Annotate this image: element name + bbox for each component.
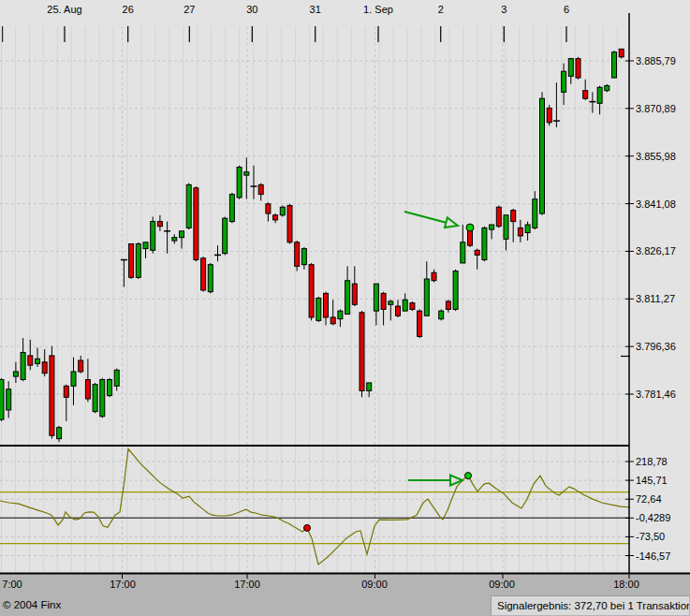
date-axis-label: 6 [564, 4, 569, 16]
candle-body [468, 229, 473, 245]
oscillator-axis-label: -73,50 [636, 531, 665, 543]
candle-body [42, 362, 47, 374]
candle-body [223, 218, 228, 254]
candle-body [533, 199, 537, 228]
oscillator-line [0, 449, 630, 565]
candle-body [324, 293, 329, 317]
date-axis-label: 31 [310, 4, 321, 16]
candle-body [619, 49, 624, 57]
candle-body [374, 284, 378, 311]
candle-body [496, 207, 501, 226]
candle-body [180, 231, 184, 238]
price-axis-label: 3.826,17 [636, 245, 676, 257]
candle-body [136, 243, 140, 277]
candle-body [576, 59, 580, 78]
candle-body [612, 52, 617, 78]
candle-body [504, 215, 508, 240]
candle-body [301, 249, 306, 265]
candle-body [208, 265, 213, 292]
candle-body [194, 188, 198, 260]
candle-body [330, 317, 335, 324]
time-axis-label: 17:00 [234, 579, 260, 591]
candle-body [186, 184, 191, 227]
date-axis-label: 2 [438, 4, 444, 16]
price-axis-label: 3.855,98 [636, 150, 676, 162]
time-axis-label: 09:00 [489, 579, 515, 591]
time-axis-label: 09:00 [361, 579, 388, 591]
candle-body [108, 380, 112, 396]
price-axis-label: 3.841,08 [636, 198, 676, 210]
time-axis-label: 7:00 [2, 579, 22, 591]
candle-body [295, 242, 300, 267]
candle-body [13, 372, 18, 376]
oscillator-axis-label: 72,64 [636, 493, 662, 506]
candle-body [461, 242, 465, 263]
candle-body [381, 293, 386, 309]
candle-body [547, 108, 551, 122]
candle-body [287, 206, 292, 242]
price-axis-label: 3.796,36 [636, 341, 676, 353]
oscillator-axis-label: -146,57 [636, 550, 670, 562]
date-axis-label: 3 [501, 4, 506, 16]
candle-body [258, 184, 263, 194]
candle-body [360, 313, 364, 391]
buy-signal-arrow-icon-shaft [404, 212, 446, 223]
candle-body [583, 91, 588, 99]
candle-body [114, 370, 119, 386]
candle-body [79, 360, 83, 372]
candle-body [143, 242, 148, 249]
candle-body [352, 284, 357, 304]
candle-body [403, 300, 407, 311]
candle-body [151, 222, 155, 251]
oscillator-axis-label: 145,71 [636, 475, 668, 487]
candle-body [367, 383, 372, 391]
date-axis-label: 25. Aug [47, 4, 81, 16]
date-axis-label: 30 [246, 4, 257, 16]
chart-canvas[interactable] [0, 0, 690, 616]
candle-body [410, 303, 415, 310]
signals-layer [304, 212, 475, 531]
oscillator-layer [0, 449, 630, 565]
time-axis-label: 17:00 [110, 579, 136, 591]
candle-body [201, 258, 206, 290]
candle-body [396, 306, 401, 315]
statusbar-signal-result: Signalergebnis: 372,70 bei 1 Transaktion… [491, 595, 689, 615]
candle-body [309, 265, 314, 317]
oscillator-axis-label: -0,4289 [636, 512, 670, 524]
candle-body [490, 225, 494, 229]
candle-body [100, 380, 105, 417]
candle-body [597, 87, 602, 103]
candle-body [562, 71, 566, 92]
candle-body [482, 227, 487, 259]
buy-signal-dot-icon [466, 224, 474, 231]
candle-body [0, 380, 4, 420]
candle-body [432, 272, 436, 281]
candle-body [71, 372, 76, 386]
candle-body [237, 168, 242, 198]
candle-body [229, 195, 234, 222]
candle-body [453, 271, 458, 309]
time-axis-label: 18:00 [613, 579, 639, 591]
candle-body [316, 298, 321, 320]
candle-body [345, 281, 350, 315]
price-axis-label: 3.781,46 [636, 389, 676, 401]
candle-body [129, 243, 134, 277]
candle-body [475, 250, 479, 255]
candle-body [424, 279, 429, 315]
candle-body [518, 227, 522, 236]
candle-body [540, 98, 545, 213]
candle-body [85, 380, 90, 399]
candle-body [446, 301, 450, 310]
candle-body [266, 204, 271, 213]
oscillator-axis-label: 218,78 [636, 456, 668, 468]
grid-layer [0, 26, 629, 572]
candle-body [338, 311, 343, 319]
candle-body [57, 428, 62, 439]
date-axis-label: 27 [184, 4, 195, 16]
candle-body [28, 356, 33, 365]
buy-signal-arrow-icon-head [445, 217, 458, 227]
candle-body [418, 311, 422, 336]
copyright-label: © 2004 Finx [3, 599, 61, 610]
price-axis-label: 3.885,79 [636, 55, 676, 67]
oscillator-sell-dot-icon [304, 524, 311, 531]
